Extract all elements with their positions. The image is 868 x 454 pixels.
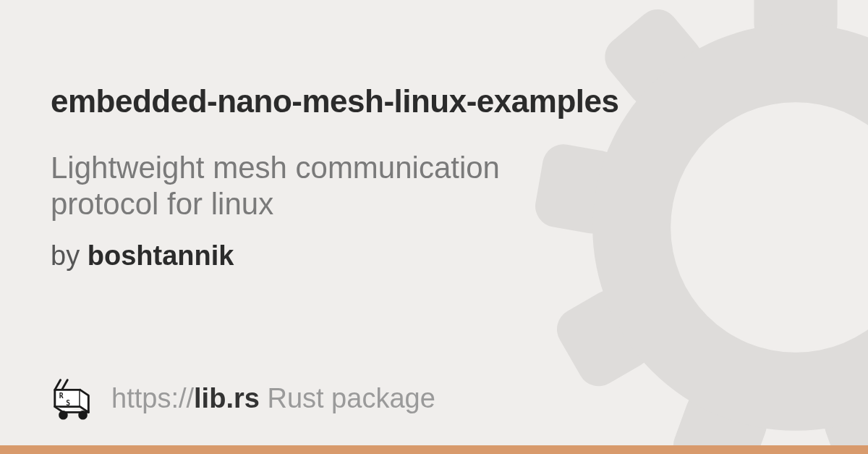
svg-line-12 [62,380,68,390]
svg-line-11 [55,380,61,390]
accent-bar [0,445,868,454]
package-title: embedded-nano-mesh-linux-examples [51,83,723,119]
librs-logo-icon: R S [51,376,95,421]
svg-text:R: R [59,392,64,400]
package-byline: by boshtannik [51,240,723,272]
svg-point-13 [60,411,67,419]
svg-point-14 [80,411,87,419]
svg-text:S: S [66,399,70,407]
author-name: boshtannik [88,240,234,271]
package-description: Lightweight mesh communication protocol … [51,150,586,223]
url-domain: lib.rs [194,383,260,413]
url-suffix: Rust package [260,383,435,413]
site-url: https://lib.rs Rust package [111,383,435,414]
url-prefix: https:// [111,383,194,413]
by-prefix: by [51,240,88,271]
